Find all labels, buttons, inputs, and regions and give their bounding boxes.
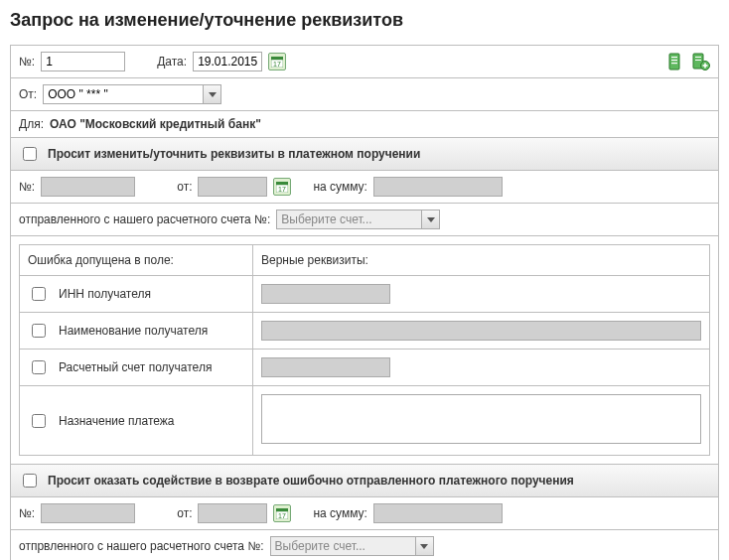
from-row: От: [11, 78, 718, 111]
num-input[interactable] [41, 52, 125, 71]
date-input[interactable] [193, 52, 262, 71]
s2-num-input[interactable] [41, 503, 135, 523]
page-title: Запрос на изменение/уточнение реквизитов [10, 10, 719, 31]
err-purpose-label: Назначение платежа [59, 414, 175, 428]
s2-sum-input[interactable] [373, 503, 503, 523]
svg-rect-6 [671, 63, 677, 64]
svg-text:17: 17 [279, 512, 287, 519]
err-purpose-checkbox[interactable] [32, 414, 46, 428]
err-acc-checkbox[interactable] [32, 360, 46, 374]
svg-rect-0 [271, 57, 283, 60]
s1-date-input[interactable] [198, 177, 267, 197]
errors-col2-header: Верные реквизиты: [253, 245, 710, 276]
from-select[interactable] [43, 84, 221, 104]
err-acc-value[interactable] [261, 357, 390, 377]
errors-col1-header: Ошибка допущена в поле: [20, 245, 253, 276]
from-label: От: [19, 87, 37, 101]
s2-date-input[interactable] [198, 503, 267, 523]
date-label: Дата: [157, 55, 187, 69]
err-name-value[interactable] [261, 321, 701, 341]
s1-sum-input[interactable] [373, 177, 503, 197]
section2-row1: №: от: 17 на сумму: [11, 497, 718, 530]
document-icon[interactable] [666, 53, 684, 70]
chevron-down-icon[interactable] [415, 537, 433, 555]
s1-num-input[interactable] [41, 177, 135, 197]
s1-date-label: от: [177, 180, 192, 194]
calendar-icon[interactable]: 17 [268, 53, 286, 70]
for-row: Для: ОАО "Московский кредитный банк" [11, 111, 718, 138]
s2-account-label: отпрвленного с нашего расчетного счета №… [19, 539, 264, 553]
from-value[interactable] [44, 85, 203, 103]
err-inn-checkbox[interactable] [32, 287, 46, 301]
s2-num-label: №: [19, 506, 35, 520]
err-name-checkbox[interactable] [32, 324, 46, 338]
s1-sum-label: на сумму: [313, 180, 366, 194]
errors-table: Ошибка допущена в поле: Верные реквизиты… [19, 244, 710, 456]
section2-title: Просит оказать содействие в возврате оши… [48, 474, 574, 488]
document-plus-icon[interactable] [692, 53, 710, 70]
num-label: №: [19, 55, 35, 69]
svg-rect-12 [703, 65, 708, 67]
chevron-down-icon[interactable] [203, 85, 220, 103]
chevron-down-icon[interactable] [421, 210, 439, 228]
section2-row2: отпрвленного с нашего расчетного счета №… [11, 530, 718, 560]
form-panel: №: Дата: 17 От: Для: ОАО "Московский кре… [10, 45, 719, 560]
calendar-icon[interactable]: 17 [273, 504, 291, 522]
section1-title: Просит изменить/уточнить реквизиты в пла… [48, 147, 420, 161]
s1-account-select[interactable] [276, 210, 440, 229]
s2-account-select[interactable] [270, 536, 434, 556]
err-purpose-value[interactable] [261, 394, 701, 444]
svg-rect-16 [276, 508, 288, 511]
s1-account-value[interactable] [277, 210, 421, 228]
err-name-label: Наименование получателя [59, 324, 208, 338]
for-value: ОАО "Московский кредитный банк" [50, 117, 261, 131]
s1-account-label: отправленного с нашего расчетного счета … [19, 212, 270, 226]
svg-rect-4 [671, 57, 677, 58]
svg-rect-5 [671, 60, 677, 61]
svg-rect-3 [669, 54, 679, 70]
s1-num-label: №: [19, 180, 35, 194]
err-acc-label: Расчетный счет получателя [59, 360, 212, 374]
svg-rect-13 [276, 182, 288, 185]
section1-row1: №: от: 17 на сумму: [11, 171, 718, 204]
for-label: Для: [19, 117, 44, 131]
section1-checkbox[interactable] [23, 147, 37, 161]
section2-checkbox[interactable] [23, 474, 37, 488]
svg-text:17: 17 [279, 186, 287, 193]
svg-text:17: 17 [273, 61, 281, 68]
svg-rect-8 [695, 57, 701, 58]
section1-row2: отправленного с нашего расчетного счета … [11, 204, 718, 236]
header-row: №: Дата: 17 [11, 46, 718, 78]
section2-header: Просит оказать содействие в возврате оши… [11, 464, 718, 497]
s2-sum-label: на сумму: [313, 506, 366, 520]
errors-block: Ошибка допущена в поле: Верные реквизиты… [11, 236, 718, 464]
err-inn-label: ИНН получателя [59, 287, 151, 301]
s2-account-value[interactable] [271, 537, 415, 555]
section1-header: Просит изменить/уточнить реквизиты в пла… [11, 138, 718, 171]
err-inn-value[interactable] [261, 284, 390, 304]
calendar-icon[interactable]: 17 [273, 178, 291, 196]
s2-date-label: от: [177, 506, 192, 520]
svg-rect-9 [695, 60, 701, 61]
